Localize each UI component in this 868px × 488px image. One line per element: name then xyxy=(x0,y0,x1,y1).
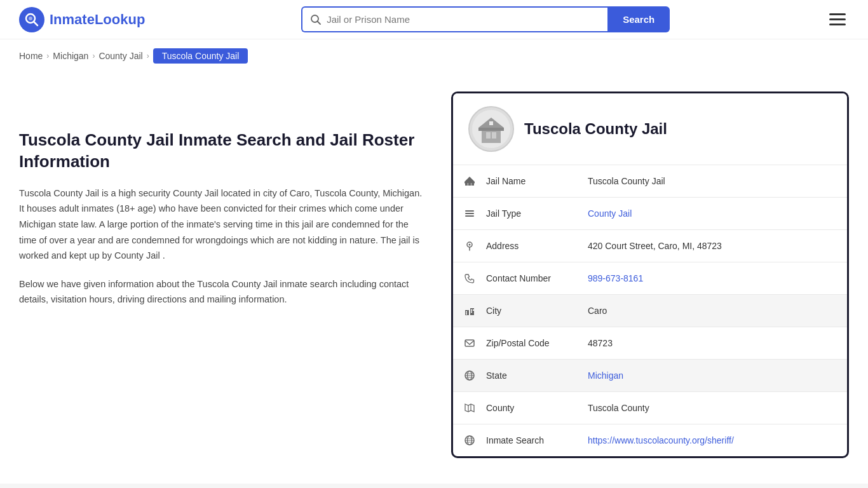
svg-marker-36 xyxy=(465,404,474,412)
svg-rect-13 xyxy=(465,182,475,184)
logo-icon xyxy=(19,7,44,32)
field-icon xyxy=(453,392,486,424)
svg-rect-15 xyxy=(467,183,469,186)
search-icon xyxy=(310,14,322,25)
table-row: StateMichigan xyxy=(453,360,847,392)
field-value[interactable]: Michigan xyxy=(588,360,847,391)
left-column: Tuscola County Jail Inmate Search and Ja… xyxy=(19,92,426,458)
field-icon xyxy=(453,198,486,229)
jail-card-header: Tuscola County Jail xyxy=(453,93,847,165)
field-link[interactable]: Michigan xyxy=(588,370,623,381)
table-row: Address420 Court Street, Caro, MI, 48723 xyxy=(453,230,847,262)
field-value[interactable]: County Jail xyxy=(588,198,847,229)
table-row: Inmate Searchhttps://www.tuscolacounty.o… xyxy=(453,424,847,456)
header: InmateLookup Search xyxy=(0,0,868,39)
breadcrumb: Home › Michigan › County Jail › Tuscola … xyxy=(0,39,868,72)
jail-card-title: Tuscola County Jail xyxy=(524,120,667,138)
field-label: Jail Type xyxy=(486,198,588,229)
breadcrumb-chevron-3: › xyxy=(147,51,149,60)
field-icon xyxy=(453,262,486,294)
field-label: Zip/Postal Code xyxy=(486,328,588,358)
field-value: Caro xyxy=(588,295,847,326)
search-button[interactable]: Search xyxy=(607,6,670,32)
jail-avatar xyxy=(468,106,514,152)
table-row: Jail NameTuscola County Jail xyxy=(453,165,847,198)
search-input[interactable] xyxy=(327,8,600,31)
breadcrumb-county-jail[interactable]: County Jail xyxy=(98,51,142,61)
svg-rect-27 xyxy=(471,309,472,311)
hamburger-menu[interactable] xyxy=(826,10,849,29)
field-value[interactable]: https://www.tuscolacounty.org/sheriff/ xyxy=(588,425,847,456)
field-icon xyxy=(453,295,486,327)
right-column: Tuscola County Jail Jail NameTuscola Cou… xyxy=(451,92,849,458)
svg-marker-14 xyxy=(465,177,475,182)
table-row: Zip/Postal Code48723 xyxy=(453,327,847,360)
field-label: Contact Number xyxy=(486,263,588,294)
main-content: Tuscola County Jail Inmate Search and Ja… xyxy=(0,72,868,484)
field-icon xyxy=(453,230,486,262)
svg-rect-30 xyxy=(465,340,474,346)
page-description-2: Below we have given information about th… xyxy=(19,276,426,308)
field-value: 48723 xyxy=(588,328,847,358)
svg-rect-26 xyxy=(466,313,467,315)
field-icon xyxy=(453,327,486,359)
svg-rect-12 xyxy=(465,183,474,186)
svg-rect-8 xyxy=(486,132,491,139)
svg-rect-6 xyxy=(482,129,501,143)
field-label: City xyxy=(486,295,588,326)
search-input-wrapper xyxy=(301,6,607,32)
jail-card: Tuscola County Jail Jail NameTuscola Cou… xyxy=(451,92,849,458)
svg-rect-17 xyxy=(465,210,474,212)
field-link[interactable]: https://www.tuscolacounty.org/sheriff/ xyxy=(588,435,734,445)
field-label: Address xyxy=(486,231,588,261)
field-value: Tuscola County xyxy=(588,393,847,423)
svg-rect-7 xyxy=(478,128,504,131)
svg-rect-19 xyxy=(465,215,474,217)
svg-point-2 xyxy=(29,17,32,20)
field-link[interactable]: County Jail xyxy=(588,208,632,219)
breadcrumb-chevron-1: › xyxy=(46,51,49,60)
field-icon xyxy=(453,424,486,456)
field-label: Inmate Search xyxy=(486,425,588,456)
page-description-1: Tuscola County Jail is a high security C… xyxy=(19,186,426,264)
svg-point-22 xyxy=(469,244,471,246)
logo-link[interactable]: InmateLookup xyxy=(19,7,145,32)
search-area: Search xyxy=(301,6,670,32)
svg-rect-29 xyxy=(473,309,474,311)
page-title: Tuscola County Jail Inmate Search and Ja… xyxy=(19,130,426,173)
svg-rect-9 xyxy=(492,132,496,139)
field-label: State xyxy=(486,360,588,391)
breadcrumb-current: Tuscola County Jail xyxy=(153,48,248,64)
svg-rect-11 xyxy=(489,121,493,125)
svg-rect-28 xyxy=(471,311,472,313)
svg-rect-18 xyxy=(465,213,474,214)
field-link[interactable]: 989-673-8161 xyxy=(588,273,643,283)
field-icon xyxy=(453,165,486,197)
field-value: Tuscola County Jail xyxy=(588,166,847,196)
table-row: Jail TypeCounty Jail xyxy=(453,198,847,230)
info-table: Jail NameTuscola County JailJail TypeCou… xyxy=(453,165,847,456)
logo-text: InmateLookup xyxy=(50,11,145,28)
table-row: CityCaro xyxy=(453,295,847,327)
field-label: County xyxy=(486,393,588,423)
svg-rect-16 xyxy=(471,183,473,186)
breadcrumb-michigan[interactable]: Michigan xyxy=(53,51,88,61)
field-icon xyxy=(453,360,486,391)
breadcrumb-home[interactable]: Home xyxy=(19,51,43,61)
table-row: CountyTuscola County xyxy=(453,392,847,424)
breadcrumb-chevron-2: › xyxy=(92,51,95,60)
field-value: 420 Court Street, Caro, MI, 48723 xyxy=(588,231,847,261)
svg-line-1 xyxy=(34,22,37,25)
field-value[interactable]: 989-673-8161 xyxy=(588,263,847,294)
table-row: Contact Number989-673-8161 xyxy=(453,262,847,295)
field-label: Jail Name xyxy=(486,166,588,196)
footer-bar xyxy=(0,484,868,488)
svg-line-4 xyxy=(318,21,321,24)
svg-rect-25 xyxy=(466,311,467,313)
